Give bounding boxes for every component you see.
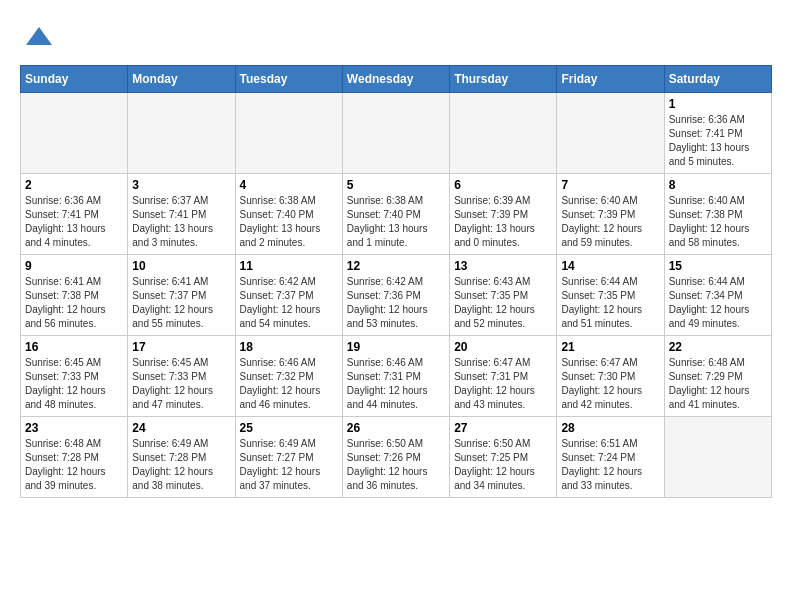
day-number: 8 — [669, 178, 767, 192]
day-info: Sunrise: 6:50 AM Sunset: 7:26 PM Dayligh… — [347, 437, 445, 493]
day-cell: 27Sunrise: 6:50 AM Sunset: 7:25 PM Dayli… — [450, 417, 557, 498]
day-cell — [664, 417, 771, 498]
week-row-5: 23Sunrise: 6:48 AM Sunset: 7:28 PM Dayli… — [21, 417, 772, 498]
day-info: Sunrise: 6:39 AM Sunset: 7:39 PM Dayligh… — [454, 194, 552, 250]
day-number: 26 — [347, 421, 445, 435]
day-number: 16 — [25, 340, 123, 354]
day-number: 4 — [240, 178, 338, 192]
day-info: Sunrise: 6:42 AM Sunset: 7:36 PM Dayligh… — [347, 275, 445, 331]
day-info: Sunrise: 6:40 AM Sunset: 7:39 PM Dayligh… — [561, 194, 659, 250]
day-cell — [450, 93, 557, 174]
day-info: Sunrise: 6:47 AM Sunset: 7:31 PM Dayligh… — [454, 356, 552, 412]
weekday-header-row: SundayMondayTuesdayWednesdayThursdayFrid… — [21, 66, 772, 93]
weekday-header-sunday: Sunday — [21, 66, 128, 93]
day-cell: 28Sunrise: 6:51 AM Sunset: 7:24 PM Dayli… — [557, 417, 664, 498]
day-info: Sunrise: 6:45 AM Sunset: 7:33 PM Dayligh… — [132, 356, 230, 412]
day-number: 18 — [240, 340, 338, 354]
day-number: 22 — [669, 340, 767, 354]
day-number: 10 — [132, 259, 230, 273]
day-cell: 18Sunrise: 6:46 AM Sunset: 7:32 PM Dayli… — [235, 336, 342, 417]
day-info: Sunrise: 6:38 AM Sunset: 7:40 PM Dayligh… — [240, 194, 338, 250]
day-cell — [235, 93, 342, 174]
day-info: Sunrise: 6:41 AM Sunset: 7:37 PM Dayligh… — [132, 275, 230, 331]
logo-icon — [24, 25, 54, 55]
day-cell: 2Sunrise: 6:36 AM Sunset: 7:41 PM Daylig… — [21, 174, 128, 255]
week-row-4: 16Sunrise: 6:45 AM Sunset: 7:33 PM Dayli… — [21, 336, 772, 417]
weekday-header-thursday: Thursday — [450, 66, 557, 93]
week-row-3: 9Sunrise: 6:41 AM Sunset: 7:38 PM Daylig… — [21, 255, 772, 336]
day-cell — [128, 93, 235, 174]
day-info: Sunrise: 6:47 AM Sunset: 7:30 PM Dayligh… — [561, 356, 659, 412]
day-cell: 7Sunrise: 6:40 AM Sunset: 7:39 PM Daylig… — [557, 174, 664, 255]
day-cell: 14Sunrise: 6:44 AM Sunset: 7:35 PM Dayli… — [557, 255, 664, 336]
weekday-header-saturday: Saturday — [664, 66, 771, 93]
day-info: Sunrise: 6:49 AM Sunset: 7:28 PM Dayligh… — [132, 437, 230, 493]
weekday-header-monday: Monday — [128, 66, 235, 93]
day-cell: 1Sunrise: 6:36 AM Sunset: 7:41 PM Daylig… — [664, 93, 771, 174]
weekday-header-wednesday: Wednesday — [342, 66, 449, 93]
day-cell: 10Sunrise: 6:41 AM Sunset: 7:37 PM Dayli… — [128, 255, 235, 336]
day-cell: 5Sunrise: 6:38 AM Sunset: 7:40 PM Daylig… — [342, 174, 449, 255]
day-cell: 23Sunrise: 6:48 AM Sunset: 7:28 PM Dayli… — [21, 417, 128, 498]
day-info: Sunrise: 6:36 AM Sunset: 7:41 PM Dayligh… — [25, 194, 123, 250]
day-info: Sunrise: 6:50 AM Sunset: 7:25 PM Dayligh… — [454, 437, 552, 493]
day-number: 6 — [454, 178, 552, 192]
day-info: Sunrise: 6:44 AM Sunset: 7:34 PM Dayligh… — [669, 275, 767, 331]
day-cell: 20Sunrise: 6:47 AM Sunset: 7:31 PM Dayli… — [450, 336, 557, 417]
day-info: Sunrise: 6:45 AM Sunset: 7:33 PM Dayligh… — [25, 356, 123, 412]
day-number: 24 — [132, 421, 230, 435]
day-number: 17 — [132, 340, 230, 354]
day-number: 11 — [240, 259, 338, 273]
day-info: Sunrise: 6:43 AM Sunset: 7:35 PM Dayligh… — [454, 275, 552, 331]
calendar: SundayMondayTuesdayWednesdayThursdayFrid… — [20, 65, 772, 498]
day-number: 20 — [454, 340, 552, 354]
day-info: Sunrise: 6:36 AM Sunset: 7:41 PM Dayligh… — [669, 113, 767, 169]
day-cell: 13Sunrise: 6:43 AM Sunset: 7:35 PM Dayli… — [450, 255, 557, 336]
day-number: 15 — [669, 259, 767, 273]
day-cell: 16Sunrise: 6:45 AM Sunset: 7:33 PM Dayli… — [21, 336, 128, 417]
day-number: 14 — [561, 259, 659, 273]
day-cell: 22Sunrise: 6:48 AM Sunset: 7:29 PM Dayli… — [664, 336, 771, 417]
day-number: 12 — [347, 259, 445, 273]
day-cell: 21Sunrise: 6:47 AM Sunset: 7:30 PM Dayli… — [557, 336, 664, 417]
day-info: Sunrise: 6:42 AM Sunset: 7:37 PM Dayligh… — [240, 275, 338, 331]
day-cell: 24Sunrise: 6:49 AM Sunset: 7:28 PM Dayli… — [128, 417, 235, 498]
day-number: 19 — [347, 340, 445, 354]
day-cell — [21, 93, 128, 174]
day-number: 9 — [25, 259, 123, 273]
day-cell: 9Sunrise: 6:41 AM Sunset: 7:38 PM Daylig… — [21, 255, 128, 336]
day-cell: 4Sunrise: 6:38 AM Sunset: 7:40 PM Daylig… — [235, 174, 342, 255]
svg-marker-0 — [26, 27, 52, 45]
day-info: Sunrise: 6:41 AM Sunset: 7:38 PM Dayligh… — [25, 275, 123, 331]
day-number: 2 — [25, 178, 123, 192]
day-number: 3 — [132, 178, 230, 192]
day-number: 27 — [454, 421, 552, 435]
weekday-header-tuesday: Tuesday — [235, 66, 342, 93]
day-info: Sunrise: 6:48 AM Sunset: 7:29 PM Dayligh… — [669, 356, 767, 412]
day-cell — [557, 93, 664, 174]
day-cell: 8Sunrise: 6:40 AM Sunset: 7:38 PM Daylig… — [664, 174, 771, 255]
day-number: 21 — [561, 340, 659, 354]
day-number: 23 — [25, 421, 123, 435]
day-number: 25 — [240, 421, 338, 435]
day-number: 5 — [347, 178, 445, 192]
day-cell — [342, 93, 449, 174]
day-info: Sunrise: 6:44 AM Sunset: 7:35 PM Dayligh… — [561, 275, 659, 331]
weekday-header-friday: Friday — [557, 66, 664, 93]
day-info: Sunrise: 6:40 AM Sunset: 7:38 PM Dayligh… — [669, 194, 767, 250]
day-info: Sunrise: 6:46 AM Sunset: 7:31 PM Dayligh… — [347, 356, 445, 412]
day-cell: 12Sunrise: 6:42 AM Sunset: 7:36 PM Dayli… — [342, 255, 449, 336]
day-cell: 19Sunrise: 6:46 AM Sunset: 7:31 PM Dayli… — [342, 336, 449, 417]
day-cell: 11Sunrise: 6:42 AM Sunset: 7:37 PM Dayli… — [235, 255, 342, 336]
day-cell: 25Sunrise: 6:49 AM Sunset: 7:27 PM Dayli… — [235, 417, 342, 498]
day-cell: 17Sunrise: 6:45 AM Sunset: 7:33 PM Dayli… — [128, 336, 235, 417]
day-cell: 3Sunrise: 6:37 AM Sunset: 7:41 PM Daylig… — [128, 174, 235, 255]
header — [20, 20, 772, 55]
day-cell: 26Sunrise: 6:50 AM Sunset: 7:26 PM Dayli… — [342, 417, 449, 498]
day-info: Sunrise: 6:37 AM Sunset: 7:41 PM Dayligh… — [132, 194, 230, 250]
day-info: Sunrise: 6:48 AM Sunset: 7:28 PM Dayligh… — [25, 437, 123, 493]
logo — [20, 25, 54, 55]
day-cell: 15Sunrise: 6:44 AM Sunset: 7:34 PM Dayli… — [664, 255, 771, 336]
week-row-1: 1Sunrise: 6:36 AM Sunset: 7:41 PM Daylig… — [21, 93, 772, 174]
day-number: 13 — [454, 259, 552, 273]
